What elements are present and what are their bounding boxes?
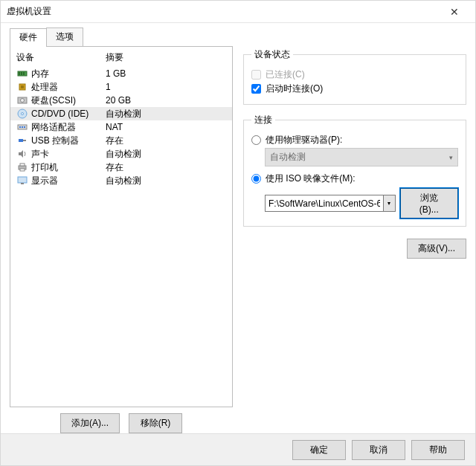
- hardware-list-header: 设备 摘要: [10, 47, 232, 67]
- dialog-footer: 确定 取消 帮助: [1, 433, 475, 466]
- advanced-button[interactable]: 高级(V)...: [407, 239, 466, 259]
- device-name: 内存: [31, 68, 49, 80]
- device-summary: 1: [106, 82, 226, 92]
- device-name: USB 控制器: [31, 135, 79, 147]
- ok-button[interactable]: 确定: [292, 440, 346, 460]
- device-summary: 自动检测: [106, 148, 226, 161]
- iso-label: 使用 ISO 映像文件(M):: [266, 172, 356, 185]
- connect-poweron-checkbox-row[interactable]: 启动时连接(O): [251, 82, 458, 95]
- device-summary: NAT: [106, 122, 226, 132]
- usb-icon: [16, 135, 28, 146]
- physical-drive-label: 使用物理驱动器(P):: [266, 134, 342, 146]
- device-summary: 自动检测: [106, 175, 226, 187]
- device-name: 硬盘(SCSI): [31, 94, 76, 107]
- browse-button[interactable]: 浏览(B)...: [400, 188, 458, 219]
- disk-icon: [16, 95, 28, 106]
- svg-rect-12: [22, 126, 23, 128]
- iso-radio[interactable]: [251, 174, 261, 184]
- close-button[interactable]: ✕: [440, 1, 469, 22]
- col-device: 设备: [16, 51, 106, 64]
- device-name: 显示器: [31, 175, 58, 187]
- svg-rect-11: [19, 126, 21, 128]
- device-name: CD/DVD (IDE): [31, 109, 89, 119]
- hardware-row[interactable]: 显示器自动检测: [10, 174, 232, 187]
- device-summary: 自动检测: [106, 108, 226, 120]
- iso-radio-row[interactable]: 使用 ISO 映像文件(M):: [251, 172, 458, 185]
- hardware-row[interactable]: 硬盘(SCSI)20 GB: [10, 94, 232, 107]
- hardware-row[interactable]: 处理器1: [10, 80, 232, 94]
- iso-path-input[interactable]: [265, 195, 384, 212]
- device-summary: 存在: [106, 135, 226, 147]
- hardware-row[interactable]: USB 控制器存在: [10, 134, 232, 147]
- col-summary: 摘要: [106, 51, 226, 64]
- device-name: 声卡: [31, 148, 49, 161]
- device-summary: 20 GB: [106, 95, 226, 106]
- svg-rect-14: [19, 139, 23, 142]
- svg-rect-18: [20, 169, 25, 171]
- svg-rect-13: [24, 126, 25, 128]
- display-icon: [16, 175, 28, 186]
- device-status-legend: 设备状态: [251, 48, 293, 61]
- device-name: 打印机: [31, 161, 58, 174]
- svg-rect-2: [21, 72, 22, 75]
- printer-icon: [16, 162, 28, 172]
- close-icon: ✕: [450, 6, 459, 18]
- device-status-group: 设备状态 已连接(C) 启动时连接(O): [243, 48, 466, 105]
- net-icon: [16, 122, 28, 132]
- cancel-button[interactable]: 取消: [352, 440, 405, 460]
- physical-drive-combo: 自动检测 ▾: [265, 148, 458, 166]
- chevron-down-icon: ▾: [387, 200, 390, 207]
- svg-rect-5: [21, 85, 24, 88]
- svg-rect-17: [20, 164, 25, 166]
- cd-icon: [16, 109, 28, 119]
- hardware-list: 设备 摘要 内存1 GB处理器1硬盘(SCSI)20 GBCD/DVD (IDE…: [10, 47, 233, 407]
- svg-rect-3: [23, 72, 25, 75]
- connected-checkbox-row[interactable]: 已连接(C): [251, 68, 458, 81]
- remove-button[interactable]: 移除(R): [129, 413, 182, 433]
- device-summary: 1 GB: [106, 68, 226, 79]
- hardware-row[interactable]: 内存1 GB: [10, 67, 232, 80]
- connected-label: 已连接(C): [266, 68, 305, 81]
- iso-path-dropdown[interactable]: ▾: [384, 195, 396, 212]
- device-name: 网络适配器: [31, 121, 76, 134]
- physical-drive-combo-value: 自动检测: [270, 151, 306, 164]
- connection-group: 连接 使用物理驱动器(P): 自动检测 ▾ 使用 ISO 映像文件(M): ▾ …: [243, 114, 466, 227]
- svg-rect-19: [18, 177, 27, 183]
- connect-poweron-label: 启动时连接(O): [266, 82, 323, 95]
- physical-drive-radio-row[interactable]: 使用物理驱动器(P):: [251, 134, 458, 146]
- connection-legend: 连接: [251, 114, 275, 126]
- titlebar: 虚拟机设置 ✕: [1, 1, 475, 23]
- device-summary: 存在: [106, 161, 226, 174]
- physical-drive-radio[interactable]: [251, 135, 261, 145]
- hardware-row[interactable]: CD/DVD (IDE)自动检测: [10, 107, 232, 120]
- connect-poweron-checkbox[interactable]: [251, 84, 261, 94]
- cpu-icon: [16, 82, 28, 92]
- hardware-row[interactable]: 网络适配器NAT: [10, 120, 232, 134]
- chevron-down-icon: ▾: [449, 154, 453, 161]
- svg-point-9: [22, 113, 24, 115]
- memory-icon: [16, 68, 28, 79]
- hardware-row[interactable]: 声卡自动检测: [10, 147, 232, 161]
- help-button[interactable]: 帮助: [411, 440, 465, 460]
- svg-rect-1: [19, 72, 20, 75]
- tab-strip: 硬件 选项: [10, 29, 233, 47]
- svg-rect-15: [23, 140, 26, 141]
- sound-icon: [16, 149, 28, 159]
- svg-rect-20: [21, 183, 24, 184]
- device-name: 处理器: [31, 81, 58, 94]
- svg-point-7: [21, 99, 25, 103]
- tab-options[interactable]: 选项: [46, 27, 83, 46]
- add-button[interactable]: 添加(A)...: [60, 413, 120, 433]
- tab-hardware[interactable]: 硬件: [10, 28, 47, 47]
- window-title: 虚拟机设置: [7, 5, 440, 18]
- hardware-row[interactable]: 打印机存在: [10, 161, 232, 174]
- connected-checkbox: [251, 70, 261, 80]
